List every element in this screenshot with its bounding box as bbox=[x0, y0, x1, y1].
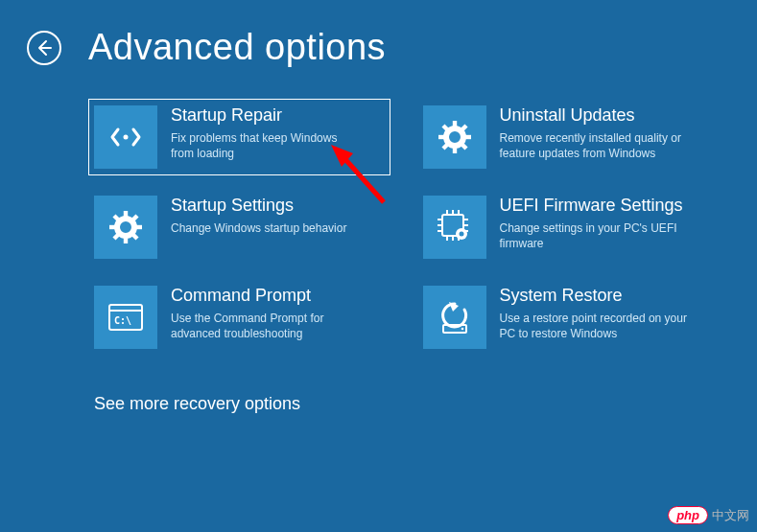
tile-text: System Restore Use a restore point recor… bbox=[486, 286, 688, 341]
svg-rect-10 bbox=[124, 238, 128, 243]
tile-desc: Use the Command Prompt for advanced trou… bbox=[171, 311, 359, 341]
gear-icon bbox=[94, 196, 157, 259]
tile-text: Uninstall Updates Remove recently instal… bbox=[486, 105, 688, 161]
tile-text: UEFI Firmware Settings Change settings i… bbox=[486, 196, 688, 251]
svg-rect-1 bbox=[452, 121, 456, 127]
see-more-recovery-options[interactable]: See more recovery options bbox=[0, 356, 757, 414]
options-grid: Startup Repair Fix problems that keep Wi… bbox=[0, 68, 757, 356]
tile-title: Command Prompt bbox=[171, 286, 359, 307]
tile-uefi-firmware-settings[interactable]: UEFI Firmware Settings Change settings i… bbox=[417, 189, 720, 266]
tile-desc: Change settings in your PC's UEFI firmwa… bbox=[500, 220, 688, 251]
tile-text: Command Prompt Use the Command Prompt fo… bbox=[157, 286, 359, 341]
terminal-icon: C:\ bbox=[94, 286, 157, 349]
tile-system-restore[interactable]: System Restore Use a restore point recor… bbox=[417, 279, 720, 356]
svg-point-0 bbox=[124, 135, 129, 140]
svg-point-31 bbox=[459, 232, 463, 237]
svg-rect-4 bbox=[465, 135, 471, 139]
tile-title: UEFI Firmware Settings bbox=[500, 196, 688, 217]
back-button[interactable] bbox=[27, 31, 61, 65]
svg-rect-2 bbox=[452, 148, 456, 153]
svg-rect-3 bbox=[438, 135, 444, 139]
svg-rect-9 bbox=[124, 211, 128, 217]
tile-startup-settings[interactable]: Startup Settings Change Windows startup … bbox=[88, 189, 390, 266]
watermark: php 中文网 bbox=[668, 506, 749, 524]
tile-title: Startup Repair bbox=[171, 105, 359, 127]
startup-repair-icon bbox=[94, 105, 157, 169]
tile-text: Startup Repair Fix problems that keep Wi… bbox=[157, 105, 359, 161]
svg-rect-11 bbox=[109, 225, 115, 229]
gear-icon bbox=[423, 105, 486, 169]
tile-startup-repair[interactable]: Startup Repair Fix problems that keep Wi… bbox=[88, 99, 390, 175]
tile-desc: Remove recently installed quality or fea… bbox=[500, 130, 688, 161]
tile-text: Startup Settings Change Windows startup … bbox=[157, 196, 346, 236]
chip-gear-icon bbox=[423, 196, 486, 259]
tile-title: Uninstall Updates bbox=[500, 105, 688, 127]
tile-title: System Restore bbox=[500, 286, 688, 307]
watermark-brand: php bbox=[668, 506, 708, 524]
tile-command-prompt[interactable]: C:\ Command Prompt Use the Command Promp… bbox=[88, 279, 390, 356]
svg-rect-12 bbox=[136, 225, 142, 229]
restore-icon bbox=[423, 286, 486, 349]
back-arrow-icon bbox=[35, 38, 54, 58]
tile-desc: Change Windows startup behavior bbox=[171, 220, 346, 236]
tile-desc: Fix problems that keep Windows from load… bbox=[171, 130, 359, 161]
tile-uninstall-updates[interactable]: Uninstall Updates Remove recently instal… bbox=[417, 99, 720, 175]
svg-text:C:\: C:\ bbox=[114, 315, 131, 326]
watermark-site: 中文网 bbox=[712, 507, 749, 524]
tile-desc: Use a restore point recorded on your PC … bbox=[500, 311, 688, 341]
tile-title: Startup Settings bbox=[171, 196, 346, 217]
header: Advanced options bbox=[0, 0, 757, 68]
page-title: Advanced options bbox=[88, 27, 386, 68]
svg-point-37 bbox=[461, 328, 463, 331]
